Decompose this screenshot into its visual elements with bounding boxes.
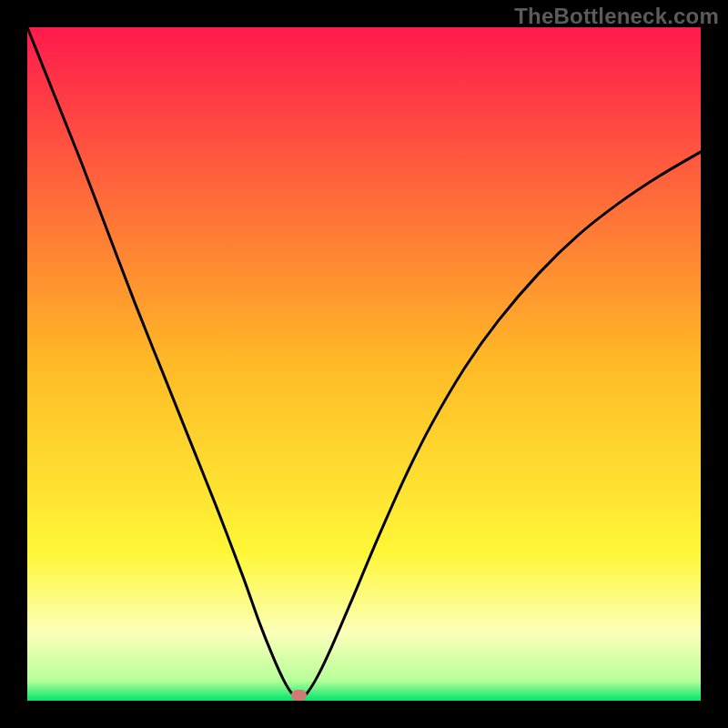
watermark-text: TheBottleneck.com (514, 4, 719, 29)
chart-frame: TheBottleneck.com (0, 0, 728, 728)
bottleneck-curve (27, 27, 701, 700)
plot-area (27, 27, 701, 701)
optimal-marker (291, 690, 307, 701)
curve-layer (27, 27, 701, 701)
